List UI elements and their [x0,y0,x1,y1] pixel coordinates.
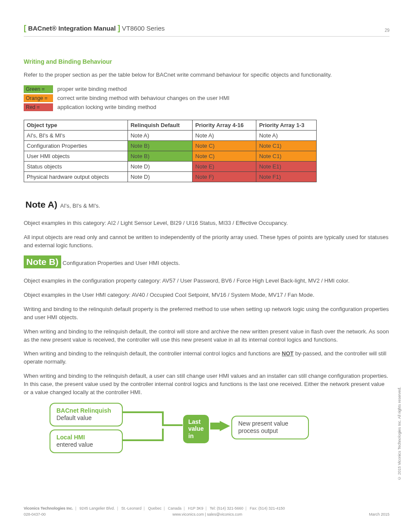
table-cell: Note F1) [256,171,317,182]
header-title: [ BACnet® Integration Manual ] VT8600 Se… [24,24,165,33]
table-row: Configuration PropertiesNote B)Note C)No… [24,140,317,151]
note-b-not: NOT [282,350,293,357]
page-number: 29 [385,28,389,33]
green-label: proper write binding method [57,86,127,92]
behaviour-table: Object typeRelinquish DefaultPriority Ar… [24,120,317,182]
color-legend: Green = proper write binding method Oran… [24,85,389,111]
table-cell: Note E1) [256,161,317,171]
red-swatch: Red = [24,103,53,111]
copyright-vertical: © 2015 Viconics Technologies Inc. All ri… [397,387,402,480]
table-cell: Note C) [193,140,256,151]
footer-addr: 9245 Langelier Blvd. [80,506,115,510]
footer-tel: Tel: (514) 321-5660 [210,506,243,510]
note-b-p1: Object examples in the configuration pro… [24,277,389,285]
legend-row-orange: Orange = correct write binding method wi… [24,94,389,102]
footer-prov: Quebec [148,506,162,510]
footer-fax: Fax: (514) 321-4150 [250,506,285,510]
note-b-p4: When writing and binding to the relinqui… [24,328,389,344]
table-cell: Configuration Properties [24,140,128,151]
red-label: application locking write binding method [57,104,156,110]
note-a-block: Note A) AI's, BI's & MI's. [24,199,389,212]
table-cell: Note F) [193,171,256,182]
table-cell: Note C) [193,151,256,161]
box2-title: Local HMI [56,434,116,442]
note-b-p2: Object examples in the User HMI category… [24,291,389,299]
footer-doc: 028-0437-00 [24,512,46,518]
bracket-right: ] [118,24,120,32]
box1-title: BACnet Relinquish [56,407,116,415]
table-header: Relinquish Default [128,120,192,130]
diagram-box-localhmi: Local HMI entered value [50,429,123,453]
note-b-p5a: When writing and binding to the relinqui… [24,350,282,357]
footer-country: Canada [168,506,182,510]
note-a-p1: Object examples in this category: AI2 / … [24,219,389,227]
note-b-sub: Configuration Properties and User HMI ob… [62,260,180,266]
table-header: Object type [24,120,128,130]
table-cell: Note D) [128,161,192,171]
footer-web-email: www.viconics.com | sales@viconics.com [172,512,242,518]
footer-line1: Viconics Technologies Inc.| 9245 Langeli… [24,506,389,512]
table-cell: Status objects [24,161,128,171]
note-b-p5: When writing and binding to the relinqui… [24,350,389,366]
note-a-p2: All input objects are read only and cann… [24,233,389,250]
manual-name: BACnet® Integration Manual [28,25,116,32]
page-footer: Viconics Technologies Inc.| 9245 Langeli… [24,506,389,517]
table-cell: User HMI objects [24,151,128,161]
table-row: AI's, BI's & MI'sNote A)Note A)Note A) [24,130,317,140]
table-cell: Note E) [193,161,256,171]
table-cell: Note A) [193,130,256,140]
table-cell: Note C1) [256,151,317,161]
flow-diagram: BACnet Relinquish Default value Local HM… [50,403,342,459]
table-cell: Note B) [128,151,192,161]
footer-company: Viconics Technologies Inc. [24,506,73,510]
footer-zip: H1P 3K9 [188,506,203,510]
green-swatch: Green = [24,85,53,93]
table-cell: Note D) [128,171,192,182]
table-cell: Note A) [256,130,317,140]
footer-city: St.-Leonard [121,506,141,510]
note-b-p3: Writing and binding to the relinquish de… [24,305,389,322]
page-header: [ BACnet® Integration Manual ] VT8600 Se… [24,24,389,37]
legend-row-green: Green = proper write binding method [24,85,389,93]
note-b-heading: Note B) [24,255,61,268]
series-name: VT8600 Series [122,25,165,32]
table-cell: Note B) [128,140,192,151]
footer-email: sales@viconics.com [207,512,243,516]
table-header: Priority Array 4-16 [193,120,256,130]
orange-label: correct write binding method with behavi… [57,95,230,101]
intro-paragraph: Refer to the proper section as per the t… [24,71,389,79]
table-row: User HMI objectsNote B)Note C)Note C1) [24,151,317,161]
note-b-block: Note B) Configuration Properties and Use… [24,255,389,270]
table-cell: Physical hardware output objects [24,171,128,182]
note-b-p6: When writing and binding to the relinqui… [24,372,389,397]
table-header: Priority Array 1-3 [256,120,317,130]
diagram-mid-box: Last value in [183,415,209,443]
note-a-sub: AI's, BI's & MI's. [60,202,100,209]
bracket-left: [ [24,24,26,32]
table-row: Status objectsNote D)Note E)Note E1) [24,161,317,171]
table-cell: Note A) [128,130,192,140]
box1-sub: Default value [56,414,116,422]
table-cell: AI's, BI's & MI's [24,130,128,140]
diagram-box-bacnet: BACnet Relinquish Default value [50,403,123,426]
note-a-heading: Note A) [24,199,59,211]
legend-row-red: Red = application locking write binding … [24,103,389,111]
orange-swatch: Orange = [24,94,53,102]
footer-date: March 2015 [369,512,389,518]
diagram-out-box: New present value process output [231,416,309,439]
section-title: Writing and Binding Behaviour [24,58,389,65]
table-row: Physical hardware output objectsNote D)N… [24,171,317,182]
table-cell: Note C1) [256,140,317,151]
box2-sub: entered value [56,441,116,449]
footer-web: www.viconics.com [172,512,204,516]
